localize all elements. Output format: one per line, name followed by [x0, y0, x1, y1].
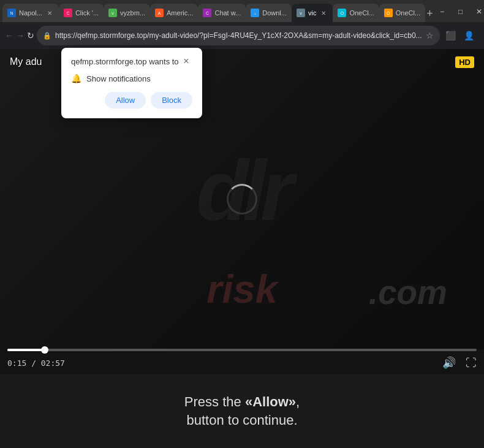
- tab-close-vic[interactable]: ✕: [319, 9, 328, 17]
- press-allow-text: Press the «Allow»,: [184, 394, 300, 410]
- video-title: My adu: [10, 56, 42, 67]
- allow-button[interactable]: Allow: [105, 92, 146, 108]
- tab-amer[interactable]: A Americ...: [150, 4, 198, 22]
- tab-label-vic: vic: [308, 9, 316, 17]
- bookmark-icon[interactable]: ☆: [426, 31, 434, 40]
- progress-fill: [7, 349, 45, 351]
- tab-napoli[interactable]: N Napol... ✕: [2, 4, 59, 22]
- new-tab-button[interactable]: +: [426, 5, 433, 22]
- browser-window: N Napol... ✕ C Click '... v vyzbm... A A…: [0, 0, 484, 448]
- lock-icon: 🔒: [43, 32, 51, 40]
- tab-label-amer: Americ...: [167, 9, 193, 17]
- tab-favicon-amer: A: [155, 9, 164, 17]
- tab-vic[interactable]: v vic ✕: [292, 4, 333, 22]
- minimize-button[interactable]: −: [433, 4, 452, 20]
- address-text: https://qefmp.stormforge.top/my-adult-vi…: [55, 31, 422, 40]
- tab-label-one1: OneCl...: [349, 9, 374, 17]
- back-button[interactable]: ←: [5, 27, 13, 44]
- block-button[interactable]: Block: [151, 92, 192, 108]
- tab-one2[interactable]: O OneCl...: [379, 4, 425, 22]
- time-display: 0:15 / 02:57: [7, 359, 65, 368]
- fullscreen-icon[interactable]: ⛶: [466, 357, 477, 370]
- controls-row: 0:15 / 02:57 🔊 ⛶: [7, 356, 477, 370]
- tab-vyz[interactable]: v vyzbm...: [104, 4, 150, 22]
- popup-header: qefmp.stormforge.top wants to ×: [71, 55, 192, 67]
- tab-one1[interactable]: O OneCl...: [333, 4, 379, 22]
- popup-close-button[interactable]: ×: [180, 55, 192, 67]
- forward-button[interactable]: →: [16, 27, 25, 44]
- press-suffix: ,: [296, 394, 300, 409]
- tab-click[interactable]: C Click '...: [59, 4, 104, 22]
- control-icons: 🔊 ⛶: [442, 356, 477, 370]
- tab-favicon-down: ↓: [251, 9, 259, 17]
- tab-bar: N Napol... ✕ C Click '... v vyzbm... A A…: [0, 0, 484, 22]
- menu-button[interactable]: ⋮: [479, 27, 484, 44]
- tab-favicon-vyz: v: [108, 9, 117, 17]
- press-bold: «Allow»: [245, 394, 296, 409]
- press-prefix: Press the: [184, 394, 245, 409]
- time-separator: /: [31, 359, 41, 368]
- tab-label-vyz: vyzbm...: [120, 9, 145, 17]
- tab-label-one2: OneCl...: [396, 9, 420, 17]
- popup-title: qefmp.stormforge.top wants to: [71, 57, 179, 66]
- progress-bar[interactable]: [7, 349, 477, 351]
- close-button[interactable]: ✕: [470, 4, 484, 20]
- time-total: 02:57: [41, 359, 65, 368]
- tab-chat[interactable]: C Chat w...: [198, 4, 246, 22]
- nav-bar: ← → ↻ 🔒 https://qefmp.stormforge.top/my-…: [0, 22, 484, 49]
- popup-notification-row: 🔔 Show notifications: [71, 74, 192, 83]
- bell-icon: 🔔: [71, 74, 81, 83]
- refresh-button[interactable]: ↻: [27, 27, 34, 44]
- maximize-button[interactable]: □: [452, 4, 470, 20]
- tab-favicon-vic: v: [297, 9, 305, 17]
- tab-favicon-one2: O: [384, 9, 393, 17]
- tab-favicon-one1: O: [338, 9, 346, 17]
- progress-thumb[interactable]: [41, 346, 48, 354]
- time-current: 0:15: [7, 359, 26, 368]
- bottom-text-area: Press the «Allow», button to continue.: [0, 374, 484, 448]
- extensions-button[interactable]: ⬛: [442, 27, 459, 44]
- tab-label-chat: Chat w...: [214, 9, 241, 17]
- watermark-logo: dlr: [197, 148, 288, 233]
- window-controls: − □ ✕: [433, 4, 484, 22]
- tab-close-napoli[interactable]: ✕: [45, 9, 54, 17]
- popup-buttons: Allow Block: [71, 92, 192, 108]
- tab-favicon-click: C: [64, 9, 72, 17]
- nav-actions: ⬛ 👤 ⋮: [442, 27, 484, 44]
- profile-button[interactable]: 👤: [461, 27, 478, 44]
- continue-text: button to continue.: [186, 412, 297, 428]
- video-controls: 0:15 / 02:57 🔊 ⛶: [0, 349, 484, 374]
- tab-down[interactable]: ↓ Downl...: [246, 4, 292, 22]
- hd-badge: HD: [455, 56, 474, 68]
- tab-favicon-napoli: N: [7, 9, 16, 17]
- watermark-risk: risk: [206, 266, 278, 312]
- watermark-letters: dlr: [197, 148, 288, 233]
- tab-label-down: Downl...: [262, 9, 287, 17]
- watermark-dotcom: .com: [369, 273, 447, 312]
- popup-notification-text: Show notifications: [86, 74, 151, 83]
- tab-favicon-chat: C: [203, 9, 211, 17]
- notification-popup: qefmp.stormforge.top wants to × 🔔 Show n…: [61, 48, 202, 118]
- volume-icon[interactable]: 🔊: [442, 356, 456, 370]
- address-bar[interactable]: 🔒 https://qefmp.stormforge.top/my-adult-…: [37, 26, 440, 45]
- tab-label-napoli: Napol...: [19, 9, 42, 17]
- tab-label-click: Click '...: [75, 9, 99, 17]
